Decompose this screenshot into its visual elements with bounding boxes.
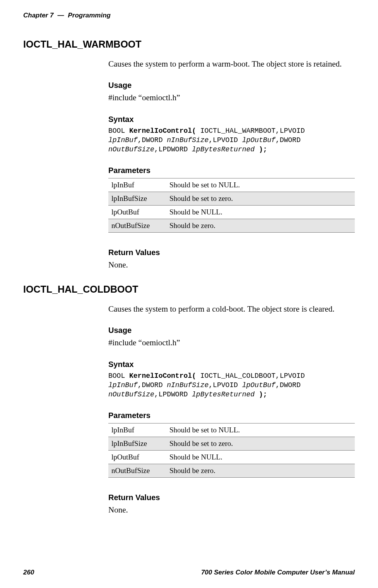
table-row: nOutBufSize Should be zero. bbox=[108, 464, 355, 477]
syntax-heading: Syntax bbox=[108, 115, 355, 124]
table-row: lpOutBuf Should be NULL. bbox=[108, 205, 355, 219]
page-number: 260 bbox=[23, 569, 34, 576]
param-name: lpInBuf bbox=[108, 423, 166, 437]
param-desc: Should be zero. bbox=[166, 219, 355, 232]
page-header: Chapter 7 — Programming bbox=[23, 12, 355, 19]
param-name: lpInBufSize bbox=[108, 437, 166, 450]
syntax-heading: Syntax bbox=[108, 360, 355, 369]
section-heading-warmboot: IOCTL_HAL_WARMBOOT bbox=[23, 39, 355, 50]
chapter-title: Programming bbox=[68, 12, 111, 19]
param-desc: Should be set to zero. bbox=[166, 192, 355, 205]
parameters-heading: Parameters bbox=[108, 166, 355, 175]
intro-text: Causes the system to perform a cold-boot… bbox=[108, 303, 355, 314]
param-name: nOutBufSize bbox=[108, 219, 166, 232]
param-name: lpOutBuf bbox=[108, 450, 166, 464]
return-values-text: None. bbox=[108, 259, 355, 270]
param-desc: Should be set to NULL. bbox=[166, 178, 355, 192]
return-values-heading: Return Values bbox=[108, 493, 355, 502]
table-row: lpOutBuf Should be NULL. bbox=[108, 450, 355, 464]
param-desc: Should be NULL. bbox=[166, 450, 355, 464]
header-dash: — bbox=[57, 12, 64, 19]
section-heading-coldboot: IOCTL_HAL_COLDBOOT bbox=[23, 284, 355, 295]
param-desc: Should be NULL. bbox=[166, 205, 355, 219]
parameters-table: lpInBuf Should be set to NULL. lpInBufSi… bbox=[108, 178, 355, 233]
parameters-heading: Parameters bbox=[108, 411, 355, 420]
table-row: lpInBuf Should be set to NULL. bbox=[108, 178, 355, 192]
page-footer: 260 700 Series Color Mobile Computer Use… bbox=[23, 569, 355, 576]
return-values-heading: Return Values bbox=[108, 248, 355, 257]
syntax-code: BOOL KernelIoControl( IOCTL_HAL_WARMBOOT… bbox=[108, 126, 355, 154]
usage-text: #include “oemioctl.h” bbox=[108, 337, 355, 348]
intro-text: Causes the system to perform a warm-boot… bbox=[108, 58, 355, 69]
parameters-table: lpInBuf Should be set to NULL. lpInBufSi… bbox=[108, 423, 355, 478]
table-row: lpInBufSize Should be set to zero. bbox=[108, 437, 355, 450]
usage-heading: Usage bbox=[108, 81, 355, 90]
manual-title: 700 Series Color Mobile Computer User’s … bbox=[201, 569, 355, 576]
param-desc: Should be zero. bbox=[166, 464, 355, 477]
chapter-label: Chapter 7 bbox=[23, 12, 53, 19]
usage-text: #include “oemioctl.h” bbox=[108, 92, 355, 103]
table-row: nOutBufSize Should be zero. bbox=[108, 219, 355, 232]
table-row: lpInBuf Should be set to NULL. bbox=[108, 423, 355, 437]
syntax-code: BOOL KernelIoControl( IOCTL_HAL_COLDBOOT… bbox=[108, 371, 355, 399]
param-name: lpInBuf bbox=[108, 178, 166, 192]
table-row: lpInBufSize Should be set to zero. bbox=[108, 192, 355, 205]
param-name: lpInBufSize bbox=[108, 192, 166, 205]
return-values-text: None. bbox=[108, 504, 355, 515]
param-desc: Should be set to NULL. bbox=[166, 423, 355, 437]
param-name: nOutBufSize bbox=[108, 464, 166, 477]
param-name: lpOutBuf bbox=[108, 205, 166, 219]
param-desc: Should be set to zero. bbox=[166, 437, 355, 450]
usage-heading: Usage bbox=[108, 326, 355, 335]
